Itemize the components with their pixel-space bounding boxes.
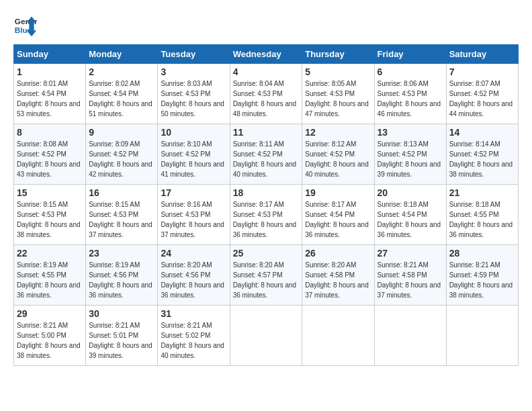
column-header-sunday: Sunday: [14, 45, 86, 64]
calendar-cell: 5 Sunrise: 8:05 AMSunset: 4:53 PMDayligh…: [302, 64, 374, 124]
calendar-cell: 2 Sunrise: 8:02 AMSunset: 4:54 PMDayligh…: [86, 64, 158, 124]
week-row-1: 1 Sunrise: 8:01 AMSunset: 4:54 PMDayligh…: [14, 64, 519, 124]
day-number: 2: [89, 66, 154, 77]
day-info: Sunrise: 8:01 AMSunset: 4:54 PMDaylight:…: [17, 79, 83, 119]
day-info: Sunrise: 8:12 AMSunset: 4:52 PMDaylight:…: [305, 139, 371, 179]
calendar-cell: 28 Sunrise: 8:21 AMSunset: 4:59 PMDaylig…: [446, 245, 518, 306]
day-number: 26: [305, 248, 371, 259]
day-info: Sunrise: 8:09 AMSunset: 4:52 PMDaylight:…: [89, 139, 154, 179]
day-number: 4: [233, 66, 300, 77]
calendar-cell: 1 Sunrise: 8:01 AMSunset: 4:54 PMDayligh…: [14, 64, 86, 124]
day-info: Sunrise: 8:11 AMSunset: 4:52 PMDaylight:…: [233, 139, 300, 179]
calendar-cell: 18 Sunrise: 8:17 AMSunset: 4:53 PMDaylig…: [230, 185, 302, 245]
day-number: 11: [233, 127, 300, 138]
calendar-cell: 3 Sunrise: 8:03 AMSunset: 4:53 PMDayligh…: [158, 64, 230, 124]
calendar-cell: 10 Sunrise: 8:10 AMSunset: 4:52 PMDaylig…: [158, 124, 230, 185]
day-info: Sunrise: 8:15 AMSunset: 4:53 PMDaylight:…: [17, 199, 83, 240]
day-number: 14: [449, 127, 515, 138]
day-number: 13: [378, 127, 443, 138]
calendar-cell: [302, 306, 374, 366]
day-number: 1: [17, 66, 83, 77]
calendar-cell: 13 Sunrise: 8:13 AMSunset: 4:52 PMDaylig…: [374, 124, 446, 185]
day-info: Sunrise: 8:21 AMSunset: 4:59 PMDaylight:…: [449, 260, 515, 300]
header-row: SundayMondayTuesdayWednesdayThursdayFrid…: [14, 45, 519, 64]
calendar-cell: 23 Sunrise: 8:19 AMSunset: 4:56 PMDaylig…: [86, 245, 158, 306]
calendar-cell: 7 Sunrise: 8:07 AMSunset: 4:52 PMDayligh…: [446, 64, 518, 124]
day-number: 22: [17, 248, 83, 259]
day-info: Sunrise: 8:16 AMSunset: 4:53 PMDaylight:…: [161, 199, 226, 240]
column-header-saturday: Saturday: [446, 45, 518, 64]
day-number: 24: [161, 248, 226, 259]
calendar-cell: [374, 306, 446, 366]
calendar-cell: 27 Sunrise: 8:21 AMSunset: 4:58 PMDaylig…: [374, 245, 446, 306]
day-number: 27: [378, 248, 443, 259]
day-info: Sunrise: 8:18 AMSunset: 4:55 PMDaylight:…: [449, 199, 515, 240]
page-header: General Blue: [13, 13, 519, 38]
calendar-cell: 17 Sunrise: 8:16 AMSunset: 4:53 PMDaylig…: [158, 185, 230, 245]
day-number: 31: [161, 308, 226, 319]
calendar-cell: 25 Sunrise: 8:20 AMSunset: 4:57 PMDaylig…: [230, 245, 302, 306]
day-info: Sunrise: 8:19 AMSunset: 4:56 PMDaylight:…: [89, 260, 154, 300]
calendar-cell: 22 Sunrise: 8:19 AMSunset: 4:55 PMDaylig…: [14, 245, 86, 306]
day-info: Sunrise: 8:04 AMSunset: 4:53 PMDaylight:…: [233, 79, 300, 119]
column-header-wednesday: Wednesday: [230, 45, 302, 64]
calendar-cell: 24 Sunrise: 8:20 AMSunset: 4:56 PMDaylig…: [158, 245, 230, 306]
calendar-cell: 29 Sunrise: 8:21 AMSunset: 5:00 PMDaylig…: [14, 306, 86, 366]
day-number: 29: [17, 308, 83, 319]
day-info: Sunrise: 8:21 AMSunset: 4:58 PMDaylight:…: [378, 260, 443, 300]
calendar-cell: 11 Sunrise: 8:11 AMSunset: 4:52 PMDaylig…: [230, 124, 302, 185]
calendar-cell: 15 Sunrise: 8:15 AMSunset: 4:53 PMDaylig…: [14, 185, 86, 245]
day-info: Sunrise: 8:17 AMSunset: 4:54 PMDaylight:…: [305, 199, 371, 240]
day-number: 18: [233, 187, 300, 198]
day-number: 17: [161, 187, 226, 198]
day-info: Sunrise: 8:19 AMSunset: 4:55 PMDaylight:…: [17, 260, 83, 300]
column-header-thursday: Thursday: [302, 45, 374, 64]
day-info: Sunrise: 8:02 AMSunset: 4:54 PMDaylight:…: [89, 79, 154, 119]
day-info: Sunrise: 8:06 AMSunset: 4:53 PMDaylight:…: [378, 79, 443, 119]
day-number: 5: [305, 66, 371, 77]
day-info: Sunrise: 8:21 AMSunset: 5:01 PMDaylight:…: [89, 320, 154, 361]
day-number: 8: [17, 127, 83, 138]
day-number: 23: [89, 248, 154, 259]
calendar-cell: 21 Sunrise: 8:18 AMSunset: 4:55 PMDaylig…: [446, 185, 518, 245]
day-number: 10: [161, 127, 226, 138]
week-row-2: 8 Sunrise: 8:08 AMSunset: 4:52 PMDayligh…: [14, 124, 519, 185]
day-info: Sunrise: 8:20 AMSunset: 4:57 PMDaylight:…: [233, 260, 300, 300]
column-header-monday: Monday: [86, 45, 158, 64]
day-info: Sunrise: 8:13 AMSunset: 4:52 PMDaylight:…: [378, 139, 443, 179]
logo-icon: General Blue: [13, 13, 38, 38]
day-info: Sunrise: 8:21 AMSunset: 5:02 PMDaylight:…: [161, 320, 226, 361]
calendar-cell: 12 Sunrise: 8:12 AMSunset: 4:52 PMDaylig…: [302, 124, 374, 185]
day-number: 20: [378, 187, 443, 198]
day-number: 30: [89, 308, 154, 319]
calendar-cell: 4 Sunrise: 8:04 AMSunset: 4:53 PMDayligh…: [230, 64, 302, 124]
day-number: 21: [449, 187, 515, 198]
day-info: Sunrise: 8:10 AMSunset: 4:52 PMDaylight:…: [161, 139, 226, 179]
day-number: 12: [305, 127, 371, 138]
day-number: 16: [89, 187, 154, 198]
day-info: Sunrise: 8:14 AMSunset: 4:52 PMDaylight:…: [449, 139, 515, 179]
day-info: Sunrise: 8:17 AMSunset: 4:53 PMDaylight:…: [233, 199, 300, 240]
week-row-4: 22 Sunrise: 8:19 AMSunset: 4:55 PMDaylig…: [14, 245, 519, 306]
column-header-tuesday: Tuesday: [158, 45, 230, 64]
calendar-cell: 19 Sunrise: 8:17 AMSunset: 4:54 PMDaylig…: [302, 185, 374, 245]
day-info: Sunrise: 8:07 AMSunset: 4:52 PMDaylight:…: [449, 79, 515, 119]
day-number: 28: [449, 248, 515, 259]
column-header-friday: Friday: [374, 45, 446, 64]
calendar-cell: [230, 306, 302, 366]
calendar-cell: 16 Sunrise: 8:15 AMSunset: 4:53 PMDaylig…: [86, 185, 158, 245]
day-number: 7: [449, 66, 515, 77]
calendar-cell: 20 Sunrise: 8:18 AMSunset: 4:54 PMDaylig…: [374, 185, 446, 245]
day-info: Sunrise: 8:20 AMSunset: 4:56 PMDaylight:…: [161, 260, 226, 300]
day-info: Sunrise: 8:20 AMSunset: 4:58 PMDaylight:…: [305, 260, 371, 300]
calendar-cell: 14 Sunrise: 8:14 AMSunset: 4:52 PMDaylig…: [446, 124, 518, 185]
day-number: 9: [89, 127, 154, 138]
calendar-cell: 9 Sunrise: 8:09 AMSunset: 4:52 PMDayligh…: [86, 124, 158, 185]
day-info: Sunrise: 8:18 AMSunset: 4:54 PMDaylight:…: [378, 199, 443, 240]
calendar-cell: 26 Sunrise: 8:20 AMSunset: 4:58 PMDaylig…: [302, 245, 374, 306]
week-row-3: 15 Sunrise: 8:15 AMSunset: 4:53 PMDaylig…: [14, 185, 519, 245]
logo: General Blue: [13, 13, 38, 38]
week-row-5: 29 Sunrise: 8:21 AMSunset: 5:00 PMDaylig…: [14, 306, 519, 366]
day-number: 25: [233, 248, 300, 259]
calendar-cell: 30 Sunrise: 8:21 AMSunset: 5:01 PMDaylig…: [86, 306, 158, 366]
